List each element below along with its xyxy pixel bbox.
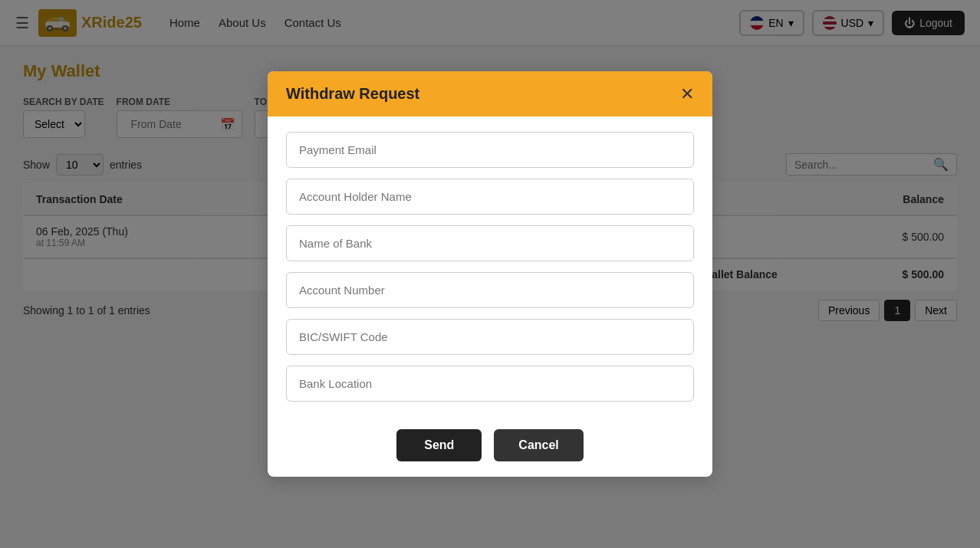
modal-overlay[interactable]: Withdraw Request ✕ Send Cancel <box>0 0 980 377</box>
modal-header: Withdraw Request ✕ <box>268 71 712 116</box>
modal-title: Withdraw Request <box>286 85 419 103</box>
bic-swift-code-input[interactable] <box>286 319 694 355</box>
name-of-bank-input[interactable] <box>286 225 694 261</box>
bank-location-input[interactable] <box>286 366 694 377</box>
account-number-input[interactable] <box>286 272 694 308</box>
modal-close-button[interactable]: ✕ <box>680 86 694 103</box>
modal-body <box>268 116 712 377</box>
withdraw-modal: Withdraw Request ✕ Send Cancel <box>268 71 712 377</box>
account-holder-name-input[interactable] <box>286 179 694 215</box>
payment-email-input[interactable] <box>286 132 694 168</box>
